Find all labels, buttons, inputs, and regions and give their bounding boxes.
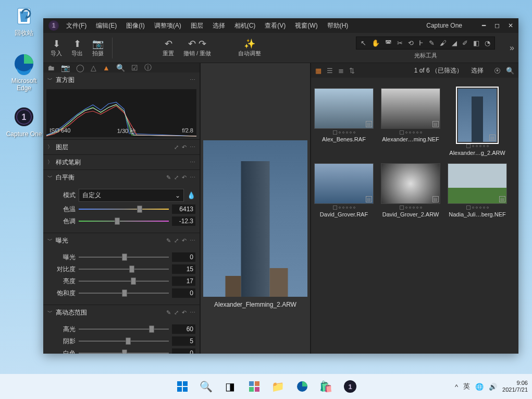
image-viewer[interactable]: Alexander_Flemming_2.ARW (201, 63, 310, 354)
highlight-value[interactable]: 60 (172, 324, 195, 334)
maximize-button[interactable]: ◻ (491, 21, 503, 30)
brightness-slider[interactable] (79, 277, 169, 285)
ime-indicator[interactable]: 英 (463, 382, 470, 391)
filmstrip-icon[interactable]: ≣ (338, 67, 344, 75)
rotate-tool[interactable]: ⟲ (408, 39, 414, 47)
rating-bar[interactable] (333, 130, 355, 135)
tab-exposure-icon[interactable]: ▲ (103, 64, 110, 72)
browser-select[interactable]: 选择 (471, 66, 484, 75)
brightness-value[interactable]: 17 (172, 276, 195, 286)
widgets-button[interactable] (244, 376, 265, 397)
mask-tool[interactable]: ◢ (452, 39, 457, 47)
layers-header[interactable]: 〉 图层 ⤢ ↶ ⋯ (43, 140, 200, 154)
toolbar-overflow[interactable]: » (510, 43, 514, 53)
shadow-slider[interactable] (79, 337, 169, 345)
expand-icon[interactable]: ⤢ (174, 144, 179, 151)
filter-icon[interactable]: ⦿ (494, 67, 501, 75)
undo-redo-button[interactable]: ↶ ↷撤销 / 重做 (180, 37, 214, 58)
network-icon[interactable]: 🌐 (475, 383, 484, 391)
clock[interactable]: 9:06 2021/7/21 (502, 380, 528, 393)
capture-one-taskbar-button[interactable]: 1 (340, 376, 361, 397)
exposure-header[interactable]: ﹀ 曝光 ✎ ⤢ ↶ ⋯ (43, 233, 200, 248)
import-button[interactable]: ⬇导入 (47, 37, 65, 58)
wb-mode-select[interactable]: 自定义⌄ (79, 189, 184, 202)
search-icon[interactable]: 🔍 (506, 67, 514, 75)
thumbnail-item[interactable]: ▤ Nadia_Juli…berg.NEF (448, 163, 507, 217)
section-menu-icon[interactable]: ⋯ (190, 77, 195, 83)
spot-tool[interactable]: ✎ (429, 39, 435, 47)
picker-icon[interactable]: ✎ (166, 174, 171, 181)
menu-camera[interactable]: 相机(C) (230, 19, 260, 32)
auto-adjust-button[interactable]: ✨自动调整 (235, 37, 264, 58)
gradient-tool[interactable]: ◧ (473, 39, 479, 47)
menu-adjustments[interactable]: 调整项(A) (150, 19, 185, 32)
white-value[interactable]: 0 (172, 348, 195, 354)
picker-icon[interactable]: ✎ (166, 237, 171, 244)
menu-edit[interactable]: 编辑(E) (92, 19, 121, 32)
reset-icon[interactable]: ↶ (182, 309, 187, 316)
thumbnail-item[interactable]: ▤ David_Grover.RAF (314, 163, 374, 217)
expand-icon[interactable]: ⤢ (174, 174, 179, 181)
menu-file[interactable]: 文件(F) (62, 19, 91, 32)
tab-color-icon[interactable]: △ (91, 64, 96, 72)
tab-adjustments-icon[interactable]: ☑ (131, 64, 138, 72)
eyedropper-icon[interactable]: 💧 (187, 191, 195, 199)
tab-details-icon[interactable]: 🔍 (116, 64, 125, 72)
picker-icon[interactable]: ✎ (166, 309, 171, 316)
desktop-recycle-bin[interactable]: 回收站 (4, 3, 44, 37)
keystone-tool[interactable]: Ⱶ (419, 39, 424, 47)
saturation-value[interactable]: 0 (172, 288, 195, 298)
tint-value[interactable]: -12.3 (172, 216, 195, 226)
shadow-value[interactable]: 5 (172, 336, 195, 346)
grid-view-icon[interactable]: ▦ (315, 67, 321, 75)
tab-metadata-icon[interactable]: ⓘ (144, 63, 152, 72)
rating-bar[interactable] (466, 205, 489, 210)
desktop-capture-one[interactable]: 1 Capture One (4, 104, 44, 138)
minimize-button[interactable]: ━ (478, 21, 489, 30)
rating-bar[interactable] (333, 205, 355, 210)
hand-tool[interactable]: ✋ (372, 39, 380, 47)
file-explorer-button[interactable]: 📁 (268, 376, 289, 397)
tab-library-icon[interactable]: 🖿 (47, 64, 55, 72)
exposure-value[interactable]: 0 (172, 252, 195, 262)
eraser-tool[interactable]: ✐ (462, 39, 468, 47)
menu-window[interactable]: 视窗(W) (291, 19, 321, 32)
section-menu-icon[interactable]: ⋯ (190, 174, 195, 181)
style-brush-header[interactable]: 〉 样式笔刷 ⋯ (43, 155, 200, 170)
thumbnail-item[interactable]: ▤ Alex_Benes.RAF (314, 88, 374, 156)
rating-bar[interactable] (400, 205, 422, 210)
section-menu-icon[interactable]: ⋯ (190, 159, 195, 166)
temp-slider[interactable] (79, 205, 169, 213)
thumbnail-item[interactable]: ▤ Alexander…g_2.ARW (448, 88, 507, 156)
reset-icon[interactable]: ↶ (182, 144, 187, 151)
section-menu-icon[interactable]: ⋯ (190, 237, 195, 244)
export-button[interactable]: ⬆导出 (68, 37, 86, 58)
pointer-tool[interactable]: ↖ (361, 39, 366, 47)
tab-lens-icon[interactable]: ◯ (76, 64, 84, 72)
expand-icon[interactable]: ⤢ (174, 309, 179, 316)
rating-bar[interactable] (400, 130, 422, 135)
volume-icon[interactable]: 🔊 (489, 383, 497, 391)
start-button[interactable] (172, 376, 193, 397)
sort-icon[interactable]: ⇅ (349, 67, 355, 75)
close-button[interactable]: ✕ (505, 21, 516, 30)
tab-capture-icon[interactable]: 📷 (61, 64, 70, 72)
menu-help[interactable]: 帮助(H) (323, 19, 353, 32)
heal-tool[interactable]: 🖌 (440, 39, 447, 47)
contrast-value[interactable]: 15 (172, 264, 195, 274)
highlight-slider[interactable] (79, 325, 169, 333)
menu-select[interactable]: 选择 (208, 19, 229, 32)
thumbnail-item[interactable]: ▤ Alexander…ming.NEF (381, 88, 440, 156)
menu-view[interactable]: 查看(V) (261, 19, 290, 32)
capture-button[interactable]: 📷拍摄 (89, 37, 107, 58)
expand-icon[interactable]: ⤢ (174, 237, 179, 244)
radial-tool[interactable]: ◔ (485, 39, 490, 47)
menu-image[interactable]: 图像(I) (122, 19, 149, 32)
temp-value[interactable]: 6413 (172, 204, 195, 214)
white-balance-header[interactable]: ﹀ 白平衡 ✎ ⤢ ↶ ⋯ (43, 170, 200, 185)
tray-overflow-icon[interactable]: ^ (455, 383, 458, 391)
task-view-button[interactable]: ◨ (220, 376, 241, 397)
hdr-header[interactable]: ﹀ 高动态范围 ✎ ⤢ ↶ ⋯ (43, 305, 200, 320)
white-slider[interactable] (79, 349, 169, 354)
saturation-slider[interactable] (79, 289, 169, 297)
